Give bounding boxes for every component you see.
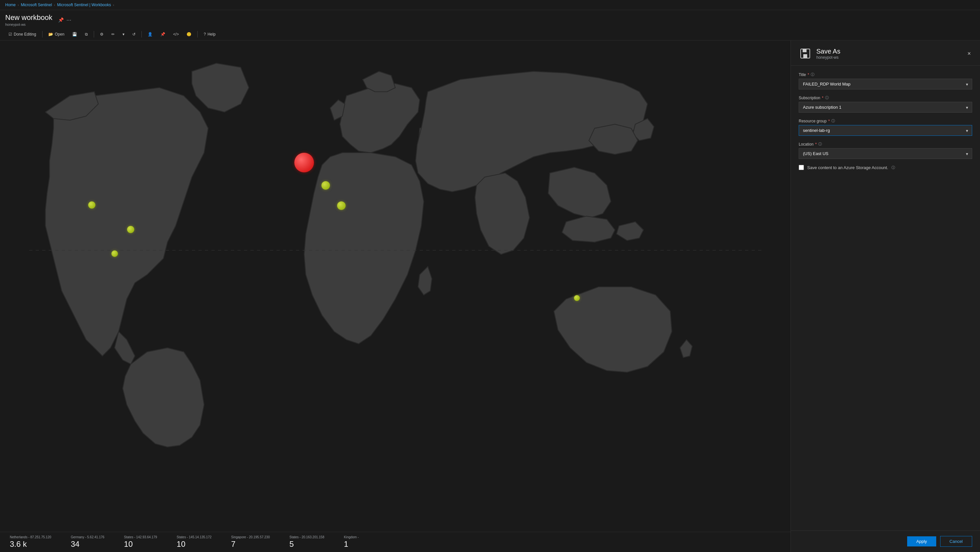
svg-rect-3 xyxy=(803,49,807,52)
form-group-location: Location * ⓘ (US) East US xyxy=(799,142,972,159)
help-button[interactable]: ? Help xyxy=(200,30,218,38)
refresh-icon: ↺ xyxy=(132,32,135,36)
page-subtitle: honeypot-ws xyxy=(5,22,52,27)
stat-label-6: Kingdom - xyxy=(344,535,359,539)
location-select[interactable]: (US) East US xyxy=(799,148,972,159)
comments-icon: 🙂 xyxy=(186,32,191,36)
resource-group-label-text: Resource group xyxy=(799,119,826,124)
toolbar-separator-1 xyxy=(42,31,43,38)
open-button[interactable]: 📂 Open xyxy=(45,30,68,38)
toolbar: ☑ Done Editing 📂 Open 💾 ⧉ ⚙ ✏ ▾ ↺ 👤 📌 </… xyxy=(0,29,980,40)
breadcrumb-sentinel[interactable]: Microsoft Sentinel xyxy=(21,3,52,7)
panel-footer: Apply Cancel xyxy=(791,530,980,552)
stat-label-5: States - 20.163.201.158 xyxy=(290,535,325,539)
done-editing-button[interactable]: ☑ Done Editing xyxy=(5,30,40,38)
edit-icon: ✏ xyxy=(111,32,115,36)
stat-item-4: Singapore - 20.195.57.230 7 xyxy=(231,535,270,549)
storage-account-checkbox[interactable] xyxy=(799,165,804,170)
header-actions: 📌 ··· xyxy=(58,17,71,24)
map-dot-sea xyxy=(574,295,580,301)
save-as-panel: Save As honeypot-ws × Title * ⓘ FAILED_R… xyxy=(791,40,980,552)
stat-item-0: Netherlands - 87.251.75.120 3.6 k xyxy=(10,535,51,549)
map-container xyxy=(0,40,791,532)
stat-item-5: States - 20.163.201.158 5 xyxy=(290,535,325,549)
breadcrumb-workbooks[interactable]: Microsoft Sentinel | Workbooks xyxy=(57,3,111,7)
stat-value-0: 3.6 k xyxy=(10,539,51,549)
done-editing-label: Done Editing xyxy=(14,32,36,36)
stat-value-1: 34 xyxy=(71,539,105,549)
subscription-select[interactable]: Azure subscription 1 xyxy=(799,102,972,113)
stat-label-4: Singapore - 20.195.57.230 xyxy=(231,535,270,539)
title-label: Title * ⓘ xyxy=(799,72,972,77)
done-editing-icon: ☑ xyxy=(8,32,12,36)
panel-body: Title * ⓘ FAILED_RDP World Map Subscript… xyxy=(791,66,980,530)
panel-close-button[interactable]: × xyxy=(966,49,972,59)
stat-value-3: 10 xyxy=(177,539,212,549)
settings-button[interactable]: ⚙ xyxy=(97,30,107,38)
stat-item-6: Kingdom - 1 xyxy=(344,535,359,549)
stat-value-6: 1 xyxy=(344,539,359,549)
apply-button[interactable]: Apply xyxy=(907,536,936,546)
persona-button[interactable]: 👤 xyxy=(145,30,156,38)
map-dot-europe-small2 xyxy=(337,201,345,210)
save-as-icon xyxy=(799,47,812,60)
persona-icon: 👤 xyxy=(148,32,153,36)
stat-label-1: Germany - 5.62.41.176 xyxy=(71,535,105,539)
form-group-resource-group: Resource group * ⓘ sentinel-lab-rg xyxy=(799,119,972,136)
panel-title-group: Save As honeypot-ws xyxy=(816,48,961,60)
stat-label-2: States - 142.93.64.179 xyxy=(124,535,157,539)
pin-icon[interactable]: 📌 xyxy=(58,17,64,22)
copy-button[interactable]: ⧉ xyxy=(82,30,91,38)
resource-group-info-icon[interactable]: ⓘ xyxy=(831,119,835,124)
subscription-label: Subscription * ⓘ xyxy=(799,95,972,100)
location-info-icon[interactable]: ⓘ xyxy=(818,142,822,147)
panel-subtitle: honeypot-ws xyxy=(816,55,961,60)
main-layout: Netherlands - 87.251.75.120 3.6 k German… xyxy=(0,40,980,552)
more-options-icon[interactable]: ··· xyxy=(66,17,71,24)
stat-item-3: States - 145.14.135.172 10 xyxy=(177,535,212,549)
toolbar-separator-3 xyxy=(142,31,142,38)
subscription-info-icon[interactable]: ⓘ xyxy=(825,95,829,100)
breadcrumb-sep-1: › xyxy=(18,3,19,7)
breadcrumb: Home › Microsoft Sentinel › Microsoft Se… xyxy=(0,0,980,10)
code-icon: </> xyxy=(173,32,179,36)
help-icon: ? xyxy=(204,32,206,36)
location-label-text: Location xyxy=(799,142,813,147)
subscription-required: * xyxy=(822,96,824,100)
breadcrumb-home[interactable]: Home xyxy=(5,3,16,7)
resource-group-required: * xyxy=(828,119,830,124)
resource-group-select-wrapper: sentinel-lab-rg xyxy=(799,125,972,136)
comments-button[interactable]: 🙂 xyxy=(183,30,195,38)
title-select[interactable]: FAILED_RDP World Map xyxy=(799,79,972,89)
refresh-button[interactable]: ↺ xyxy=(129,30,139,38)
svg-rect-4 xyxy=(803,54,807,58)
pin-workbook-icon: 📌 xyxy=(161,32,165,36)
page-title: New workbook xyxy=(5,13,52,22)
stat-value-5: 5 xyxy=(290,539,325,549)
storage-account-info-icon[interactable]: ⓘ xyxy=(891,165,895,170)
edit-button[interactable]: ✏ xyxy=(108,30,118,38)
pin-workbook-button[interactable]: 📌 xyxy=(157,30,169,38)
map-dot-us-central2 xyxy=(111,251,118,257)
resource-group-label: Resource group * ⓘ xyxy=(799,119,972,124)
stat-label-3: States - 145.14.135.172 xyxy=(177,535,212,539)
resource-group-select[interactable]: sentinel-lab-rg xyxy=(799,125,972,136)
map-dots-layer xyxy=(6,47,784,454)
form-group-title: Title * ⓘ FAILED_RDP World Map xyxy=(799,72,972,89)
map-area: Netherlands - 87.251.75.120 3.6 k German… xyxy=(0,40,791,552)
code-button[interactable]: </> xyxy=(170,30,182,38)
stat-item-2: States - 142.93.64.179 10 xyxy=(124,535,157,549)
stat-label-0: Netherlands - 87.251.75.120 xyxy=(10,535,51,539)
save-button[interactable]: 💾 xyxy=(69,30,80,38)
title-info-icon[interactable]: ⓘ xyxy=(811,72,815,77)
dropdown-button[interactable]: ▾ xyxy=(119,30,128,38)
title-label-text: Title xyxy=(799,73,806,77)
stats-bar: Netherlands - 87.251.75.120 3.6 k German… xyxy=(0,532,791,552)
world-map-wrapper xyxy=(6,47,784,525)
map-dot-us-central1 xyxy=(127,226,134,233)
breadcrumb-sep-2: › xyxy=(54,3,55,7)
settings-icon: ⚙ xyxy=(100,32,103,36)
open-icon: 📂 xyxy=(48,32,53,36)
panel-header: Save As honeypot-ws × xyxy=(791,40,980,66)
cancel-button[interactable]: Cancel xyxy=(940,536,972,547)
